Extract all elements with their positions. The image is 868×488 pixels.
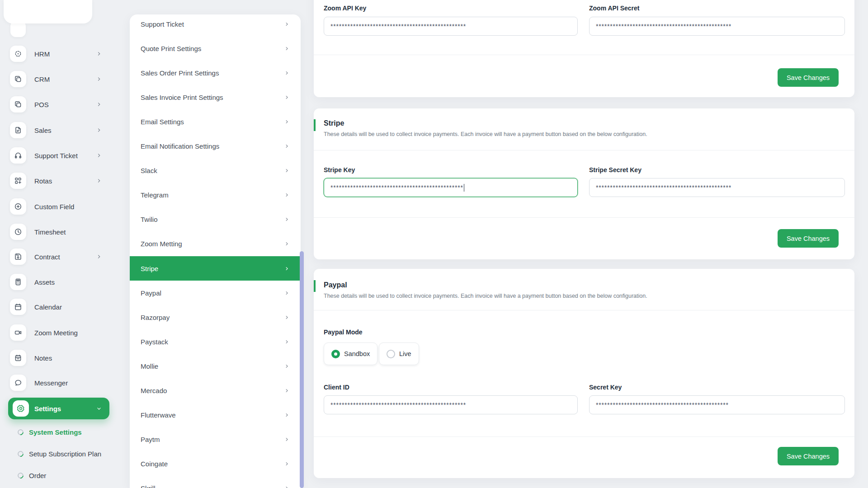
paypal-mode-live[interactable]: Live [379,343,419,365]
settings-menu-item-coingate[interactable]: Coingate [130,451,301,476]
sidebar-item-assets[interactable]: Assets [0,269,111,295]
settings-menu-item-sales-invoice-print-settings[interactable]: Sales Invoice Print Settings [130,85,301,109]
divider [314,55,854,55]
sidebar-subitem-setup-subscription-plan[interactable]: Setup Subscription Plan [0,448,111,460]
sidebar-item-messenger[interactable]: Messenger [0,370,111,395]
save-button[interactable]: Save Changes [778,229,839,248]
main-sidebar: HRMCRMPOSSalesSupport TicketRotasCustom … [0,0,111,488]
sidebar-subitem-system-settings[interactable]: System Settings [0,426,111,438]
sidebar-subitem-label: Setup Subscription Plan [29,450,101,458]
section-title: Paypal [324,281,347,289]
section-accent-bar [314,119,316,131]
chevron-right-icon [284,436,290,442]
divider [314,150,854,150]
client-id-label: Client ID [324,384,349,391]
settings-menu-item-slack[interactable]: Slack [130,158,301,183]
sales-icon [10,122,26,138]
menu-item-label: Razorpay [141,314,170,321]
chevron-right-icon [96,152,102,159]
masked-value: ****************************************… [596,184,731,191]
menu-item-label: Skrill [141,484,156,488]
settings-menu-item-quote-print-settings[interactable]: Quote Print Settings [130,36,301,61]
menu-item-label: Mollie [141,362,158,370]
sidebar-item-notes[interactable]: Notes [0,345,111,371]
chevron-right-icon [284,339,290,345]
system-settings-page: { "colors": { "accent_green": "#27a45b",… [0,0,868,488]
zoom-api-secret-input[interactable]: ****************************************… [589,17,845,36]
settings-menu-item-paypal[interactable]: Paypal [130,281,301,305]
menu-item-label: Telegram [141,191,169,199]
settings-menu-item-razorpay[interactable]: Razorpay [130,305,301,329]
menu-item-label: Zoom Metting [141,240,182,248]
sidebar-item-sales[interactable]: Sales [0,117,111,143]
chevron-down-icon [96,405,102,412]
menu-item-label: Flutterwave [141,411,176,419]
settings-menu-item-paystack[interactable]: Paystack [130,329,301,354]
settings-menu-item-email-notification-settings[interactable]: Email Notification Settings [130,134,301,158]
zoom-api-key-label: Zoom API Key [324,5,366,12]
stripe-settings-card: Stripe These details will be used to col… [314,108,854,259]
chevron-right-icon [284,363,290,369]
settings-menu-item-email-settings[interactable]: Email Settings [130,109,301,134]
settings-menu-item-telegram[interactable]: Telegram [130,183,301,207]
settings-menu-item-zoom-metting[interactable]: Zoom Metting [130,231,301,256]
sidebar-item-label: Support Ticket [34,152,78,160]
save-button[interactable]: Save Changes [778,447,839,465]
menu-item-label: Quote Print Settings [141,45,201,52]
chevron-right-icon [284,21,290,27]
settings-menu-item-sales-order-print-settings[interactable]: Sales Order Print Settings [130,61,301,85]
rotas-icon [10,173,26,189]
sidebar-item-custom-field[interactable]: Custom Field [0,194,111,219]
settings-menu-item-support-ticket[interactable]: Support Ticket [130,14,301,36]
settings-menu-item-mercado[interactable]: Mercado [130,378,301,403]
sidebar-item-label: CRM [34,75,50,83]
settings-menu-item-stripe[interactable]: Stripe [130,256,301,281]
sidebar-item-support-ticket[interactable]: Support Ticket [0,143,111,168]
text-caret [464,184,464,192]
sidebar-item-label: Messenger [34,379,68,387]
menu-item-label: Stripe [141,265,158,272]
sidebar-item-rotas[interactable]: Rotas [0,168,111,193]
divider [314,310,854,310]
chevron-right-icon [284,94,290,100]
masked-value: ****************************************… [330,23,466,30]
bullet-icon [16,428,24,436]
secret-key-input[interactable]: ****************************************… [589,395,845,414]
settings-menu-item-flutterwave[interactable]: Flutterwave [130,403,301,427]
app-logo[interactable] [4,0,92,23]
sidebar-subitem-label: System Settings [29,428,82,436]
sidebar-item-hrm[interactable]: HRM [0,41,111,66]
paypal-mode-sandbox[interactable]: Sandbox [324,343,377,365]
sidebar-item-crm[interactable]: CRM [0,66,111,92]
stripe-secret-key-input[interactable]: ****************************************… [589,178,845,197]
divider [314,217,854,218]
sidebar-item-zoom-meeting[interactable]: Zoom Meeting [0,320,111,345]
sidebar-item-label: Sales [34,127,52,134]
sidebar-item-contract[interactable]: Contract [0,244,111,269]
sidebar-item-label: POS [34,101,49,108]
settings-menu-item-paytm[interactable]: Paytm [130,427,301,451]
chevron-right-icon [284,168,290,174]
settings-menu-item-skrill[interactable]: Skrill [130,476,301,488]
sidebar-subitem-order[interactable]: Order [0,469,111,481]
section-accent-bar [314,280,316,292]
masked-value: ****************************************… [596,23,731,30]
sidebar-item-timesheet[interactable]: Timesheet [0,219,111,244]
stripe-key-input[interactable]: ****************************************… [324,178,578,197]
settings-menu-item-twilio[interactable]: Twilio [130,207,301,231]
save-button[interactable]: Save Changes [778,68,839,87]
sidebar-item-settings[interactable]: Settings [8,398,109,419]
sidebar-item-label: Assets [34,278,55,286]
sidebar-item-pos[interactable]: POS [0,92,111,117]
sidebar-item-label: Calendar [34,303,62,311]
sidebar-item-label: Custom Field [34,203,74,211]
settings-menu-scrollbar[interactable] [300,251,304,488]
zoom-api-key-input[interactable]: ****************************************… [324,17,578,36]
chevron-right-icon [96,127,102,133]
sidebar-item-calendar[interactable]: Calendar [0,294,111,319]
chevron-right-icon [284,461,290,467]
menu-item-label: Email Settings [141,118,184,126]
contract-icon [10,249,26,265]
settings-menu-item-mollie[interactable]: Mollie [130,354,301,378]
client-id-input[interactable]: ****************************************… [324,395,578,414]
